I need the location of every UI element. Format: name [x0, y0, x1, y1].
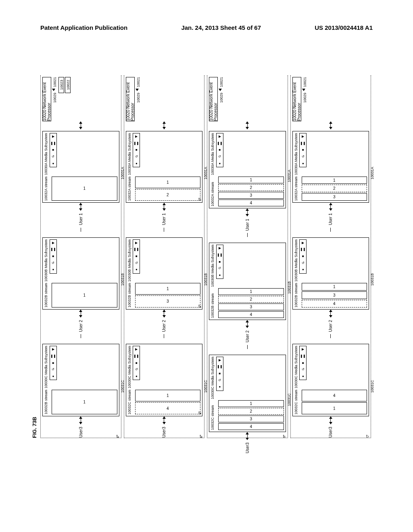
media-controls: ▶❚❚■↺●: [299, 133, 307, 167]
stream-label: 10032C stream: [211, 400, 217, 430]
stream-segment: 4: [302, 390, 367, 402]
connector: [42, 228, 119, 236]
rec-icon: ●: [302, 162, 304, 165]
msb-title: 10030C Media Subsystem: [294, 346, 298, 389]
connector: [209, 320, 286, 328]
arrow-down-icon: [79, 208, 82, 211]
rew-icon: ↺: [302, 155, 305, 158]
network-event-processor: 10020 Network Event Processor: [209, 77, 218, 121]
time-label: t₆: [283, 434, 286, 438]
pause-icon: ❚❚: [300, 355, 306, 358]
ref-10031B: 10031B: [370, 273, 374, 286]
stream-segment: 4: [135, 402, 201, 414]
stream-segment: 1: [218, 288, 284, 295]
arrow-down-icon: [136, 89, 139, 91]
stream-segment: 1: [302, 283, 367, 291]
panel-t2: 10020 Network Event Processor10021100291…: [124, 75, 205, 438]
connector: [42, 203, 119, 211]
stream-segment: 3: [302, 193, 367, 201]
play-icon: ▶: [302, 348, 304, 351]
media-subsystem-A: 10030A Media Subsystem▶❚❚■↺●10032A strea…: [209, 131, 286, 208]
stream-segment: 4: [218, 200, 284, 206]
play-icon: ▶: [219, 135, 221, 138]
rew-icon: ↺: [218, 379, 221, 382]
connector: [42, 121, 119, 129]
connector: [126, 228, 203, 236]
msb-title: 10030C Media Subsystem: [211, 357, 215, 399]
header-right: US 2013/0024418 A1: [315, 24, 373, 31]
stream-label: 10032B stream: [44, 283, 50, 308]
rew-icon: ↺: [302, 368, 305, 371]
ref-10023: 10023: [60, 80, 64, 90]
ref-10021: 10021: [53, 77, 57, 87]
msb-title: 10030A Media Subsystem: [44, 133, 48, 175]
stream-segment: 1: [135, 177, 201, 188]
msb-title: 10030A Media Subsystem: [128, 133, 132, 175]
play-icon: ▶: [219, 247, 221, 250]
stream-segment: 3: [218, 416, 284, 422]
pause-icon: ❚❚: [217, 365, 223, 368]
user-label-2: User 2: [328, 320, 333, 332]
arrow-down-icon: [163, 315, 166, 318]
media-controls: ▶❚❚■↺●: [50, 133, 57, 167]
msb-title: 10030A Media Subsystem: [294, 133, 298, 175]
connector: [209, 121, 286, 129]
media-controls: ▶❚❚■↺●: [133, 133, 140, 167]
rec-icon: ●: [52, 375, 54, 378]
media-controls: ▶❚❚■↺●: [216, 133, 223, 167]
msb-title: 10030B Media Subsystem: [294, 239, 298, 282]
user-label-1: User 1: [245, 219, 250, 231]
user-label-1: User 1: [162, 213, 166, 225]
arrow-down-icon: [246, 214, 249, 216]
connector: [292, 121, 369, 129]
msb-title: 10030B Media Subsystem: [211, 245, 215, 287]
media-subsystem-A: 10030A Media Subsystem▶❚❚■↺●10032A strea…: [42, 131, 119, 203]
media-controls: ▶❚❚■↺●: [299, 346, 307, 380]
ref-10021: 10021: [136, 77, 140, 87]
time-label: t₁: [117, 434, 119, 438]
media-controls: ▶❚❚■↺●: [133, 239, 140, 274]
panel-t6: 10020 Network Event Processor10021100291…: [207, 75, 288, 438]
network-event-processor: 10020 Network Event Processor: [126, 77, 135, 121]
pause-icon: ❚❚: [133, 355, 139, 358]
play-icon: ▶: [302, 241, 304, 245]
play-icon: ▶: [135, 348, 138, 351]
network-event-processor: 10020 Network Event Processor: [292, 77, 301, 121]
stream-label: 10032A stream: [211, 177, 217, 206]
stop-icon: ■: [52, 362, 54, 365]
stream-label: 10032A stream: [294, 177, 300, 201]
media-subsystem-B: 10030B Media Subsystem▶❚❚■↺●10032B strea…: [292, 237, 369, 310]
nep-label: 10020 Network Event Processor: [126, 77, 135, 121]
stop-icon: ■: [136, 362, 138, 365]
media-subsystem-A: 10030A Media Subsystem▶❚❚■↺●10032A strea…: [126, 131, 203, 203]
t-local-label: t₃: [198, 411, 201, 415]
play-icon: ▶: [135, 241, 138, 245]
msb-title: 10030B Media Subsystem: [44, 239, 48, 282]
play-icon: ▶: [302, 135, 304, 138]
play-icon: ▶: [219, 359, 221, 362]
msb-title: 10030A Media Subsystem: [211, 133, 215, 175]
connector: [209, 345, 286, 353]
connector: [126, 203, 203, 211]
stop-icon: ■: [136, 148, 138, 152]
rew-icon: ↺: [218, 267, 221, 270]
connector: [42, 416, 119, 424]
nep-label: 10020 Network Event Processor: [42, 77, 51, 121]
stream-segment: 3: [218, 303, 284, 310]
arrow-down-icon: [79, 422, 82, 424]
stream-segment: 2: [135, 189, 201, 201]
user-label-3: User3: [162, 427, 166, 438]
media-subsystem-C: 10030C Media Subsystem▶❚❚■↺●10032C strea…: [126, 344, 203, 416]
media-subsystem-C: 10030C Media Subsystem▶❚❚■↺●10032C strea…: [292, 344, 369, 416]
stop-icon: ■: [219, 372, 221, 375]
connector: [292, 416, 369, 424]
pause-icon: ❚❚: [133, 248, 139, 251]
pause-icon: ❚❚: [217, 254, 223, 257]
media-controls: ▶❚❚■↺●: [216, 245, 223, 279]
stream-segment: 3: [302, 291, 367, 299]
pause-icon: ❚❚: [50, 248, 56, 251]
network-event-processor: 10020 Network Event Processor: [42, 77, 51, 121]
panel-t1: 10020 Network Event Processor10021100291…: [40, 75, 121, 438]
arrow-down-icon: [52, 89, 55, 91]
stream-segment: 1: [135, 283, 201, 295]
